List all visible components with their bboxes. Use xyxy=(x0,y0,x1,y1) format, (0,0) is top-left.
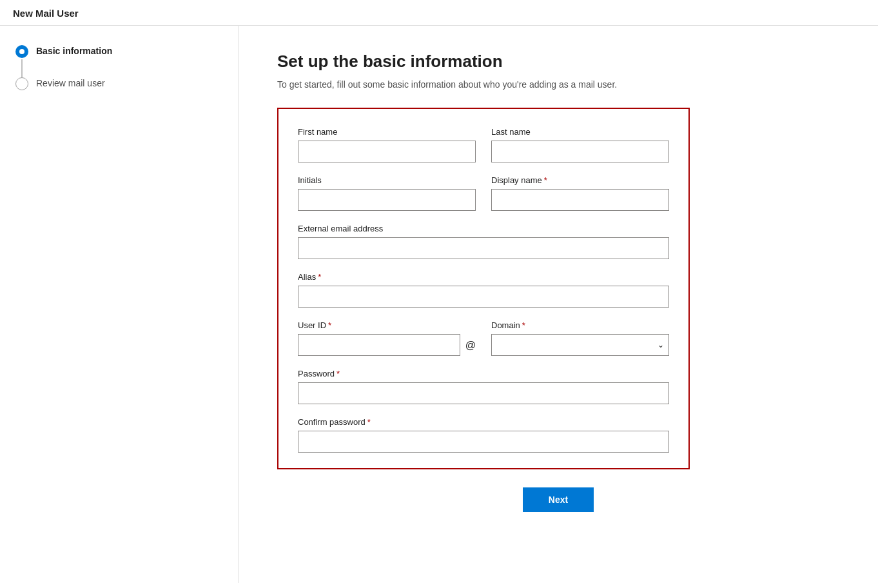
external-email-input[interactable] xyxy=(298,237,669,259)
domain-label: Domain* xyxy=(491,320,669,330)
user-id-input[interactable] xyxy=(298,334,460,356)
form-field-domain: Domain* ⌄ xyxy=(491,320,669,356)
alias-label: Alias* xyxy=(298,272,669,282)
wizard-step-review-mail-user: Review mail user xyxy=(15,77,222,90)
step-circle-basic-information xyxy=(15,45,28,58)
display-name-label: Display name* xyxy=(491,175,669,185)
form-row-password: Password* xyxy=(298,369,669,404)
user-id-label: User ID* xyxy=(298,320,476,330)
form-container: First name Last name Initials Display na… xyxy=(277,108,690,469)
form-row-userid-domain: User ID* @ Domain* ⌄ xyxy=(298,320,669,356)
initials-label: Initials xyxy=(298,175,476,185)
form-field-last-name: Last name xyxy=(491,127,669,162)
step-label-review-mail-user: Review mail user xyxy=(36,77,105,88)
content-area: Set up the basic information To get star… xyxy=(239,26,878,583)
step-connector-area-1 xyxy=(15,45,28,58)
form-field-alias: Alias* xyxy=(298,272,669,308)
first-name-label: First name xyxy=(298,127,476,137)
confirm-password-input[interactable] xyxy=(298,431,669,453)
step-circle-review-mail-user xyxy=(15,77,28,90)
password-required: * xyxy=(337,369,340,378)
display-name-input[interactable] xyxy=(491,189,669,211)
at-symbol: @ xyxy=(465,340,476,351)
last-name-input[interactable] xyxy=(491,141,669,162)
form-field-initials: Initials xyxy=(298,175,476,211)
confirm-password-required: * xyxy=(367,417,371,427)
form-row-confirm-password: Confirm password* xyxy=(298,417,669,453)
form-row-external-email: External email address xyxy=(298,224,669,259)
password-input[interactable] xyxy=(298,382,669,404)
form-field-user-id: User ID* @ xyxy=(298,320,476,356)
wizard-step-basic-information: Basic information xyxy=(15,45,222,58)
sidebar: Basic information Review mail user xyxy=(0,26,239,583)
section-description: To get started, fill out some basic info… xyxy=(277,79,839,90)
user-id-required: * xyxy=(328,320,331,330)
section-title: Set up the basic information xyxy=(277,52,839,72)
user-id-row: @ xyxy=(298,334,476,356)
last-name-label: Last name xyxy=(491,127,669,137)
main-layout: Basic information Review mail user Set u… xyxy=(0,26,878,583)
form-field-first-name: First name xyxy=(298,127,476,162)
form-row-alias: Alias* xyxy=(298,272,669,308)
alias-required: * xyxy=(318,272,321,282)
form-field-external-email: External email address xyxy=(298,224,669,259)
password-label: Password* xyxy=(298,369,669,378)
step-label-basic-information: Basic information xyxy=(36,45,112,56)
bottom-bar: Next xyxy=(277,469,839,512)
confirm-password-label: Confirm password* xyxy=(298,417,669,427)
initials-input[interactable] xyxy=(298,189,476,211)
domain-select[interactable] xyxy=(491,334,669,356)
form-field-password: Password* xyxy=(298,369,669,404)
connector-line-wrapper-1 xyxy=(15,58,28,80)
form-field-display-name: Display name* xyxy=(491,175,669,211)
form-row-initials-display: Initials Display name* xyxy=(298,175,669,211)
first-name-input[interactable] xyxy=(298,141,476,162)
domain-required: * xyxy=(522,320,525,330)
form-field-confirm-password: Confirm password* xyxy=(298,417,669,453)
external-email-label: External email address xyxy=(298,224,669,233)
form-row-name: First name Last name xyxy=(298,127,669,162)
alias-input[interactable] xyxy=(298,286,669,308)
display-name-required: * xyxy=(544,175,547,185)
page-title: New Mail User xyxy=(13,8,79,19)
wizard-steps: Basic information Review mail user xyxy=(15,45,222,90)
next-button[interactable]: Next xyxy=(523,487,594,512)
step-connector-row-1 xyxy=(15,58,222,77)
step-line-1 xyxy=(21,59,23,79)
page-header: New Mail User xyxy=(0,0,878,26)
domain-select-wrapper: ⌄ xyxy=(491,334,669,356)
step-connector-area-2 xyxy=(15,77,28,90)
